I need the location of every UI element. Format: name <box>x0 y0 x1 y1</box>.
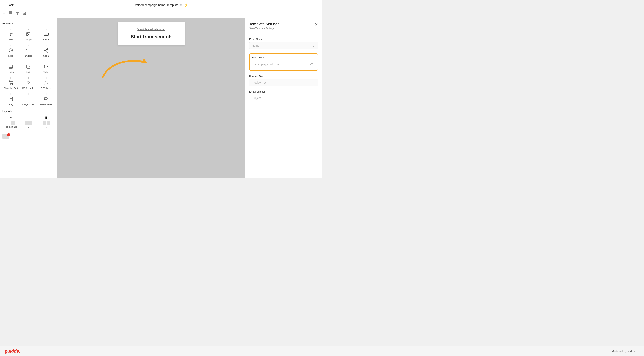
element-footer[interactable]: ⠿ Footer <box>2 59 19 75</box>
faq-icon <box>8 97 13 102</box>
drag-dots: ⠿ <box>10 61 12 63</box>
drag-dots: ⠿ <box>45 29 47 31</box>
element-button[interactable]: ⠿ Button <box>38 27 54 43</box>
drag-dots: ⠿ <box>10 77 12 79</box>
from-email-tag-icon[interactable]: 🏷 <box>310 63 313 66</box>
element-preview-url[interactable]: ⠿ Preview URL <box>38 92 54 107</box>
drag-dots: ⠿ <box>10 45 12 47</box>
image-slider-label: Image Slider <box>22 103 35 106</box>
rss-items-label: RSS Items <box>41 87 52 89</box>
email-subject-tag-icon[interactable]: 🏷 <box>313 96 316 100</box>
text-label: Text <box>9 38 13 41</box>
header: ← Back Untitled campaign name-Template ✏… <box>0 0 322 10</box>
svg-point-26 <box>10 84 10 85</box>
rss-header-icon <box>26 80 31 86</box>
back-button[interactable]: ← Back <box>4 3 14 7</box>
element-shopping-cart[interactable]: ⠿ Shopping Cart <box>2 76 19 91</box>
svg-point-10 <box>9 49 12 52</box>
from-name-tag-icon[interactable]: 🏷 <box>313 44 316 47</box>
drag-dots: ⠿ <box>28 77 29 79</box>
from-email-input-wrapper: 🏷 <box>252 61 315 68</box>
svg-point-29 <box>44 84 45 84</box>
layout-text-image[interactable]: ⠿ Text & Image <box>2 114 19 130</box>
element-image[interactable]: ⠿ Image <box>20 27 37 43</box>
element-text[interactable]: ⠿ T Text <box>2 27 19 43</box>
footer-icon <box>8 64 13 70</box>
settings-panel: Template Settings Save Template Settings… <box>245 18 322 178</box>
svg-point-17 <box>47 51 48 52</box>
add-button[interactable]: + <box>3 12 5 16</box>
svg-rect-0 <box>9 13 12 13</box>
from-email-group: From Email 🏷 <box>249 53 318 71</box>
element-social[interactable]: ⠿ Social <box>38 43 54 59</box>
layouts-grid: ⠿ Text & Image ⠿ 1 ⠿ <box>2 114 54 130</box>
svg-rect-12 <box>26 49 30 50</box>
drag-dots: ⠿ <box>10 117 12 120</box>
rss-items-icon <box>44 80 48 86</box>
drag-dots: ⠿ <box>45 77 47 79</box>
canvas-content: View this email in browser Start from sc… <box>57 18 245 178</box>
svg-marker-36 <box>141 59 147 63</box>
drag-dots: ⠿ <box>45 93 47 95</box>
svg-line-19 <box>46 49 47 50</box>
faq-label: FAQ <box>9 103 13 106</box>
element-rss-header[interactable]: ⠿ RSS Header <box>20 76 37 91</box>
element-video[interactable]: ⠿ Video <box>38 59 54 75</box>
svg-rect-2 <box>9 12 12 12</box>
element-logo[interactable]: ⠿ Logo <box>2 43 19 59</box>
shopping-cart-label: Shopping Cart <box>4 87 18 89</box>
email-subject-textarea[interactable] <box>249 94 318 106</box>
notification-area: 15 <box>2 134 10 139</box>
svg-rect-34 <box>44 98 47 99</box>
edit-icon[interactable]: ✏ <box>180 3 182 7</box>
preview-text-tag-icon[interactable]: 🏷 <box>313 81 316 85</box>
arrow-annotation <box>96 42 152 81</box>
view-in-browser-link[interactable]: View this email in browser <box>122 28 181 31</box>
shopping-cart-icon <box>8 80 13 86</box>
from-email-input[interactable] <box>252 61 315 68</box>
element-faq[interactable]: ⠿ FAQ <box>2 92 19 107</box>
code-icon <box>26 64 31 70</box>
drag-dots: ⠿ <box>45 61 47 63</box>
layout-text-image-label: Text & Image <box>4 126 17 128</box>
text-icon: T <box>9 32 12 38</box>
email-preview: View this email in browser Start from sc… <box>118 22 185 45</box>
lightning-icon: ⚡ <box>184 3 188 7</box>
layouts-title: Layouts <box>2 110 54 113</box>
elements-title: Elements <box>2 22 54 25</box>
element-image-slider[interactable]: ⠿ Image Slider <box>20 92 37 107</box>
code-label: Code <box>26 71 31 73</box>
button-label: Button <box>43 39 49 41</box>
left-sidebar: Elements ⠿ T Text ⠿ Image <box>0 18 57 178</box>
image-slider-icon <box>26 97 31 102</box>
filter-button[interactable] <box>16 12 20 16</box>
layout-2col[interactable]: ⠿ 2 <box>38 114 54 130</box>
svg-rect-4 <box>24 12 26 13</box>
back-label: Back <box>8 3 14 7</box>
element-code[interactable]: ⠿ Code <box>20 59 37 75</box>
save-button[interactable] <box>23 12 26 16</box>
svg-rect-20 <box>9 65 12 68</box>
drag-dots: ⠿ <box>28 45 29 47</box>
close-button[interactable]: ✕ <box>315 22 318 27</box>
resize-handle[interactable]: ↘ <box>316 104 318 107</box>
svg-point-7 <box>28 33 28 34</box>
filter-icon <box>16 12 20 16</box>
scratch-title: Start from scratch <box>122 34 181 40</box>
element-rss-items[interactable]: ⠿ RSS Items <box>38 76 54 91</box>
preview-url-icon <box>44 97 48 102</box>
layout-1col[interactable]: ⠿ 1 <box>20 114 37 130</box>
save-icon <box>23 12 26 16</box>
element-divider[interactable]: ⠿ Divider <box>20 43 37 59</box>
drag-dots: ⠿ <box>28 61 29 63</box>
from-name-input[interactable] <box>249 42 318 49</box>
layers-button[interactable] <box>8 12 12 16</box>
layers-icon <box>8 12 12 16</box>
canvas-area: View this email in browser Start from sc… <box>57 18 245 178</box>
campaign-title: Untitled campaign name-Template <box>134 3 179 7</box>
from-email-label: From Email <box>252 56 315 59</box>
svg-line-18 <box>46 51 47 52</box>
video-icon <box>44 64 48 70</box>
preview-text-input[interactable] <box>249 79 318 86</box>
panel-subtitle: Save Template Settings <box>249 27 315 30</box>
